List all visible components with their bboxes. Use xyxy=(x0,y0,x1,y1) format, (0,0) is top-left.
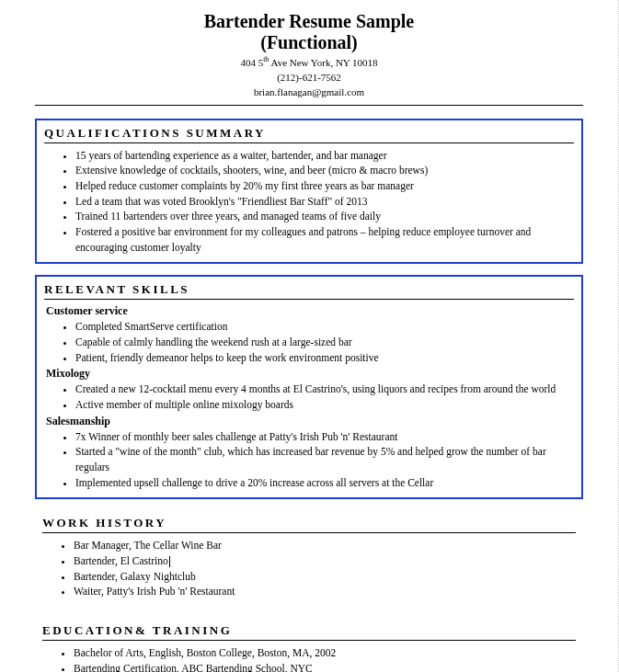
title-line1: Bartender Resume Sample xyxy=(35,11,583,32)
list-item: Active member of multiple online mixolog… xyxy=(75,397,574,413)
list-item: Created a new 12-cocktail menu every 4 m… xyxy=(75,382,574,397)
header: Bartender Resume Sample (Functional) 404… xyxy=(35,11,583,99)
email: brian.flanagan@gmail.com xyxy=(35,85,583,98)
skill-group-list: 7x Winner of monthly beer sales challeng… xyxy=(44,429,574,491)
qualifications-heading: QUALIFICATIONS SUMMARY xyxy=(44,126,574,143)
title-line2: (Functional) xyxy=(35,32,583,53)
list-item: Capable of calmly handling the weekend r… xyxy=(75,335,574,350)
qualifications-section: QUALIFICATIONS SUMMARY 15 years of barte… xyxy=(35,119,583,265)
work-history-list: Bar Manager, The Cellar Wine Bar Bartend… xyxy=(42,538,576,599)
text-cursor-icon xyxy=(169,556,170,567)
skills-section: RELEVANT SKILLS Customer service Complet… xyxy=(35,275,583,499)
skill-group-label: Customer service xyxy=(44,304,574,318)
work-history-section: WORK HISTORY Bar Manager, The Cellar Win… xyxy=(35,510,583,607)
list-item: Patient, friendly demeanor helps to keep… xyxy=(75,350,574,366)
list-item: Fostered a positive bar environment for … xyxy=(75,224,574,255)
list-item: Trained 11 bartenders over three years, … xyxy=(75,209,574,224)
list-item: Bar Manager, The Cellar Wine Bar xyxy=(74,538,576,553)
education-heading: EDUCATION& TRAINING xyxy=(42,623,576,641)
list-item: 15 years of bartending experience as a w… xyxy=(75,148,574,164)
list-item: Extensive knowledge of cocktails, shoote… xyxy=(75,163,574,178)
list-item: Started a "wine of the month" club, whic… xyxy=(75,444,574,474)
skills-heading: RELEVANT SKILLS xyxy=(44,282,574,300)
list-item: Led a team that was voted Brooklyn's "Fr… xyxy=(75,194,574,210)
list-item: Implemented upsell challenge to drive a … xyxy=(75,475,574,491)
skill-group-list: Created a new 12-cocktail menu every 4 m… xyxy=(44,382,574,412)
work-history-heading: WORK HISTORY xyxy=(42,516,576,533)
list-item: Bartender, El Castrino xyxy=(74,553,576,569)
address: 404 5th Ave New York, NY 10018 xyxy=(35,55,583,69)
list-item: Bartending Certification, ABC Bartending… xyxy=(74,661,576,672)
address-pre: 404 5 xyxy=(240,57,263,68)
list-item: Bartender, Galaxy Nightclub xyxy=(74,569,576,585)
list-item: Waiter, Patty's Irish Pub 'n' Restaurant xyxy=(74,584,576,599)
list-item: Bachelor of Arts, English, Boston Colleg… xyxy=(74,645,576,661)
skill-group-label: Salesmanship xyxy=(44,415,574,428)
resume-page: Bartender Resume Sample (Functional) 404… xyxy=(0,0,618,672)
address-post: Ave New York, NY 10018 xyxy=(269,57,377,68)
divider xyxy=(35,105,583,106)
list-item: Completed SmartServe certification xyxy=(75,319,574,335)
skill-group-list: Completed SmartServe certification Capab… xyxy=(44,319,574,365)
phone: (212)-621-7562 xyxy=(35,71,583,84)
education-section: EDUCATION& TRAINING Bachelor of Arts, En… xyxy=(35,618,583,672)
skill-group-label: Mixology xyxy=(44,367,574,381)
qualifications-list: 15 years of bartending experience as a w… xyxy=(44,148,574,256)
list-item: Helped reduce customer complaints by 20%… xyxy=(75,178,574,194)
work-item-text: Bartender, El Castrino xyxy=(74,555,168,566)
education-list: Bachelor of Arts, English, Boston Colleg… xyxy=(42,645,576,672)
list-item: 7x Winner of monthly beer sales challeng… xyxy=(75,429,574,445)
